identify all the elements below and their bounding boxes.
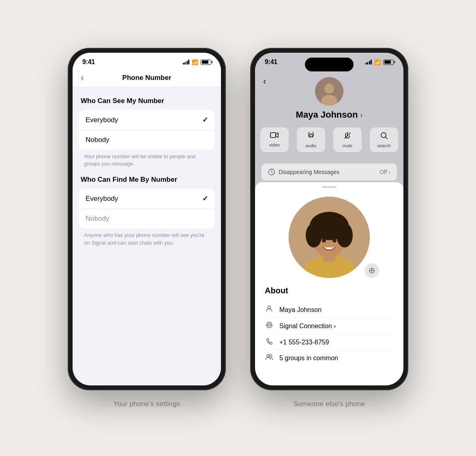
sheet-handle xyxy=(322,186,337,188)
svg-point-1 xyxy=(324,84,334,93)
option-nobody-see[interactable]: Nobody xyxy=(79,130,214,150)
section1-label: Who Can See My Number xyxy=(73,97,221,110)
about-section: About Maya Johnson xyxy=(255,278,403,374)
audio-icon xyxy=(307,131,315,142)
r-signal-bar-4 xyxy=(371,60,372,65)
action-search[interactable]: search xyxy=(370,127,398,152)
phone-icon xyxy=(265,338,274,347)
audio-label: audio xyxy=(306,143,317,148)
back-button[interactable]: ‹ xyxy=(81,73,84,83)
bottom-sheet: About Maya Johnson xyxy=(255,182,403,385)
about-row-phone: +1 555-233-8759 xyxy=(265,334,394,351)
section1-footer: Your phone number will be visible to peo… xyxy=(73,150,221,168)
battery-icon xyxy=(201,60,211,65)
checkmark-everybody-find: ✓ xyxy=(202,194,208,203)
r-signal-bar-3 xyxy=(369,61,370,65)
svg-point-27 xyxy=(267,355,269,357)
contact-name-row[interactable]: Maya Johnson › xyxy=(296,110,363,120)
about-groups-text: 5 groups in common xyxy=(279,355,338,362)
right-battery-fill xyxy=(384,60,391,64)
option-everybody-find-label: Everybody xyxy=(86,195,118,203)
battery-fill xyxy=(202,60,209,64)
signal-bar-2 xyxy=(184,62,186,65)
section-who-can-see: Who Can See My Number Everybody ✓ Nobody… xyxy=(73,97,221,168)
checkmark-everybody-see: ✓ xyxy=(202,116,208,124)
right-phone-frame: 9:41 📶 ‹ xyxy=(250,48,408,390)
right-caption: Someone else's phone xyxy=(294,400,365,408)
option-nobody-find[interactable]: Nobody xyxy=(79,209,214,228)
svg-point-28 xyxy=(270,355,272,357)
search-label: search xyxy=(377,143,390,148)
disappearing-chevron-icon: › xyxy=(388,169,390,175)
left-caption: Your phone's settings xyxy=(114,400,180,408)
disappearing-label: Disappearing Messages xyxy=(268,168,339,176)
svg-point-16 xyxy=(311,213,347,236)
photo-button[interactable] xyxy=(365,263,379,278)
contact-avatar-small xyxy=(315,77,343,105)
option-everybody-see-label: Everybody xyxy=(86,116,118,124)
about-phone-text: +1 555-233-8759 xyxy=(279,339,329,346)
avatar-svg xyxy=(315,77,343,105)
contact-chevron-icon: › xyxy=(360,111,362,119)
r-signal-bar-1 xyxy=(365,63,367,65)
section2-footer: Anyone who has your phone number will se… xyxy=(73,228,221,246)
about-row-groups: 5 groups in common xyxy=(265,351,394,366)
left-phone-frame: 9:41 📶 xyxy=(68,48,226,390)
search-icon xyxy=(380,131,388,142)
contact-name: Maya Johnson xyxy=(296,110,358,120)
mute-label: mute xyxy=(343,143,352,148)
left-time: 9:41 xyxy=(82,58,95,66)
left-content: Who Can See My Number Everybody ✓ Nobody… xyxy=(73,87,221,385)
sheet-avatar-svg xyxy=(289,197,370,278)
signal-bar-3 xyxy=(187,61,188,65)
sheet-avatar xyxy=(289,197,370,278)
about-signal-connection[interactable]: Signal Connection › xyxy=(279,323,336,330)
left-nav-bar: ‹ Phone Number xyxy=(73,69,221,87)
svg-point-24 xyxy=(268,324,270,326)
person-icon xyxy=(265,305,274,314)
section-who-can-find: Who Can Find Me By Number Everybody ✓ No… xyxy=(73,176,221,246)
svg-line-7 xyxy=(386,137,388,139)
right-time: 9:41 xyxy=(265,58,277,66)
right-phone-screen: 9:41 📶 ‹ xyxy=(255,53,403,385)
dynamic-island xyxy=(305,58,354,71)
option-nobody-find-label: Nobody xyxy=(86,215,109,223)
signal-bars-icon xyxy=(183,60,190,65)
mute-icon xyxy=(343,131,352,142)
left-phone-section: 9:41 📶 xyxy=(68,48,226,408)
action-audio[interactable]: audio xyxy=(297,127,325,152)
left-status-icons: 📶 xyxy=(183,59,212,65)
signal-connection-icon xyxy=(265,321,274,331)
signal-bar-4 xyxy=(188,60,189,65)
disappearing-value: Off › xyxy=(380,169,390,175)
right-back-button[interactable]: ‹ xyxy=(263,76,266,87)
right-wifi-icon: 📶 xyxy=(374,59,381,65)
groups-icon xyxy=(265,354,274,362)
disappearing-bar[interactable]: Disappearing Messages Off › xyxy=(262,163,397,181)
option-everybody-see[interactable]: Everybody ✓ xyxy=(79,110,214,130)
action-video[interactable]: video xyxy=(260,127,289,152)
video-icon xyxy=(270,131,279,141)
right-status-icons: 📶 xyxy=(365,59,394,65)
sheet-avatar-container xyxy=(255,190,403,278)
svg-point-17 xyxy=(322,239,326,243)
right-phone-section: 9:41 📶 ‹ xyxy=(250,48,408,408)
photo-btn-icon xyxy=(369,267,375,274)
page-container: 9:41 📶 xyxy=(8,32,468,424)
about-name-text: Maya Johnson xyxy=(279,306,322,314)
action-mute[interactable]: mute xyxy=(333,127,362,152)
section2-options-card: Everybody ✓ Nobody xyxy=(79,189,214,228)
r-signal-bar-2 xyxy=(367,62,368,65)
wifi-icon: 📶 xyxy=(192,59,198,65)
about-row-name: Maya Johnson xyxy=(265,302,394,318)
signal-connection-chevron-icon: › xyxy=(334,323,336,330)
left-phone-screen: 9:41 📶 xyxy=(73,53,221,385)
about-row-signal[interactable]: Signal Connection › xyxy=(265,318,394,334)
option-nobody-see-label: Nobody xyxy=(86,136,109,144)
about-title: About xyxy=(265,286,394,295)
signal-bar-1 xyxy=(183,63,184,65)
right-battery-icon xyxy=(383,60,394,65)
svg-point-18 xyxy=(332,239,337,243)
svg-rect-3 xyxy=(270,133,276,138)
option-everybody-find[interactable]: Everybody ✓ xyxy=(79,189,214,209)
